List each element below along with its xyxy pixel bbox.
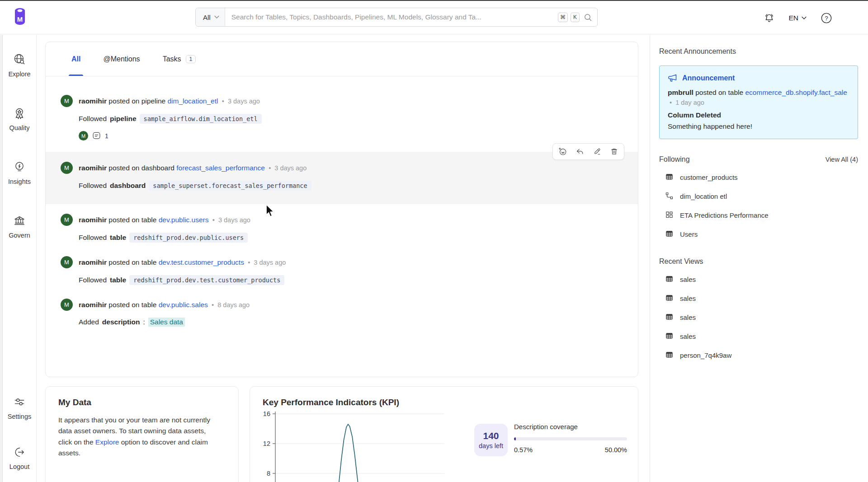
- explore-link[interactable]: Explore: [95, 438, 119, 446]
- table-icon: [665, 351, 673, 360]
- user-avatar[interactable]: M: [846, 10, 862, 26]
- coverage-label: Description coverage: [514, 423, 627, 431]
- coverage-progress-fill: [514, 437, 516, 440]
- sidebar-item-quality[interactable]: Quality: [9, 107, 29, 131]
- reply-icon[interactable]: [576, 147, 584, 156]
- sidebar-item-label: Quality: [9, 124, 29, 131]
- feed-tabs: All @Mentions Tasks1: [46, 42, 638, 76]
- announcement-action: posted on table: [695, 89, 743, 96]
- tab-mentions[interactable]: @Mentions: [103, 42, 140, 76]
- list-item[interactable]: sales: [659, 289, 858, 308]
- keyboard-shortcut-hint: ⌘ K: [558, 8, 584, 26]
- search-filter-dropdown[interactable]: All: [196, 8, 225, 26]
- svg-text:?: ?: [825, 15, 828, 22]
- list-item[interactable]: ETA Predictions Performance: [659, 206, 858, 225]
- following-view-all-link[interactable]: View All (4): [826, 156, 858, 163]
- list-item[interactable]: sales: [659, 270, 858, 289]
- chevron-down-icon: [802, 16, 807, 20]
- left-sidebar: Explore Quality Insights Govern Settings…: [3, 35, 37, 482]
- list-item-label: ETA Predictions Performance: [680, 211, 769, 219]
- feed-item-header: raomihir posted on dashboard forecast_sa…: [79, 164, 307, 172]
- list-item-label: sales: [680, 332, 696, 340]
- comment-icon[interactable]: [92, 131, 101, 140]
- svg-text:M: M: [17, 15, 23, 23]
- help-icon[interactable]: ?: [820, 12, 833, 24]
- explore-icon: [13, 53, 26, 68]
- following-title: Following: [659, 155, 690, 164]
- entity-link[interactable]: dev.test.customer_products: [159, 258, 244, 266]
- feed-item[interactable]: M raomihir posted on dashboard forecast_…: [46, 152, 638, 204]
- feed-item[interactable]: M raomihir posted on table dev.public.sa…: [46, 292, 638, 333]
- description-added-highlight: Sales data: [148, 318, 185, 327]
- coverage-current: 0.57%: [514, 446, 533, 454]
- settings-icon: [13, 395, 26, 410]
- comment-count: 1: [105, 132, 108, 140]
- entity-link[interactable]: dev.public.sales: [159, 301, 208, 309]
- days-left-value: 140: [483, 431, 499, 441]
- feed-item[interactable]: M raomihir posted on table dev.public.us…: [46, 207, 638, 249]
- k-key: K: [571, 13, 580, 22]
- sidebar-item-insights[interactable]: Insights: [8, 160, 31, 185]
- list-item-label: sales: [680, 276, 696, 283]
- feed-item[interactable]: M raomihir posted on pipeline dim_locati…: [46, 88, 638, 147]
- coverage-target: 50.00%: [605, 446, 627, 454]
- feed-item-header: raomihir posted on pipeline dim_location…: [79, 97, 260, 105]
- table-icon: [665, 173, 673, 182]
- recent-views-title: Recent Views: [659, 257, 858, 266]
- avatar: M: [61, 256, 73, 268]
- announcement-entity-link[interactable]: ecommerce_db.shopify.fact_sale: [745, 89, 847, 96]
- announcement-user: pmbrull: [668, 89, 693, 96]
- list-item[interactable]: person_7q4k9aw: [659, 346, 858, 365]
- feed-item-body: Followedpipeline sample_airflow.dim_loca…: [79, 114, 620, 124]
- delete-icon[interactable]: [610, 147, 618, 156]
- feed-actions-toolbar: [552, 143, 624, 160]
- feed-item-body: Followedtable redshift_prod.dev.test.cus…: [79, 275, 620, 285]
- openmetadata-logo[interactable]: M: [11, 7, 29, 28]
- kpi-title: Key Performance Indicators (KPI): [250, 387, 638, 407]
- global-search: All ⌘ K: [195, 8, 598, 27]
- language-dropdown[interactable]: EN: [788, 14, 807, 22]
- sidebar-item-explore[interactable]: Explore: [8, 53, 30, 78]
- edit-icon[interactable]: [593, 147, 601, 156]
- right-sidebar: Recent Announcements Announcement pmbrul…: [650, 35, 868, 482]
- avatar: M: [61, 299, 73, 311]
- entity-link[interactable]: forecast_sales_performance: [176, 164, 265, 172]
- search-input[interactable]: [225, 8, 558, 26]
- search-icon[interactable]: [584, 8, 597, 26]
- feed-list: M raomihir posted on pipeline dim_locati…: [46, 76, 638, 333]
- feed-reactions: M 1: [79, 131, 620, 140]
- list-item[interactable]: Users: [659, 225, 858, 244]
- announcement-card[interactable]: Announcement pmbrull posted on table eco…: [659, 66, 858, 139]
- table-icon: [665, 313, 673, 322]
- dashboard-icon: [665, 211, 673, 220]
- entity-link[interactable]: dim_location_etl: [167, 97, 218, 105]
- avatar: M: [61, 214, 73, 226]
- sidebar-item-settings[interactable]: Settings: [8, 395, 31, 420]
- list-item[interactable]: dim_location etl: [659, 187, 858, 206]
- feed-item-body: Followeddashboard sample_superset.foreca…: [79, 181, 620, 191]
- sidebar-item-label: Explore: [8, 70, 30, 78]
- list-item-label: person_7q4k9aw: [680, 351, 731, 359]
- sidebar-item-govern[interactable]: Govern: [9, 214, 30, 239]
- list-item[interactable]: sales: [659, 308, 858, 327]
- sidebar-item-logout[interactable]: Logout: [9, 445, 29, 470]
- govern-icon: [13, 214, 26, 229]
- list-item[interactable]: customer_products: [659, 168, 858, 187]
- sidebar-item-label: Settings: [8, 413, 31, 420]
- announcement-headline: Column Deleted: [668, 111, 849, 119]
- feed-item[interactable]: M raomihir posted on table dev.test.cust…: [46, 249, 638, 292]
- notifications-bell-icon[interactable]: [764, 13, 775, 24]
- feed-item-header: raomihir posted on table dev.test.custom…: [79, 258, 286, 267]
- emoji-reaction-icon[interactable]: [558, 147, 567, 156]
- kpi-card: Key Performance Indicators (KPI) 16128 1…: [250, 386, 638, 482]
- list-item-label: customer_products: [680, 173, 738, 181]
- tab-all[interactable]: All: [71, 42, 80, 76]
- days-left-label: days left: [479, 442, 503, 449]
- cmd-key: ⌘: [558, 13, 568, 22]
- announcement-time: 1 day ago: [675, 99, 704, 106]
- list-item[interactable]: sales: [659, 327, 858, 346]
- entity-link[interactable]: dev.public.users: [159, 216, 209, 224]
- pipeline-icon: [665, 192, 673, 201]
- my-data-card: My Data It appears that you or your team…: [45, 386, 239, 482]
- tab-tasks[interactable]: Tasks1: [163, 42, 196, 76]
